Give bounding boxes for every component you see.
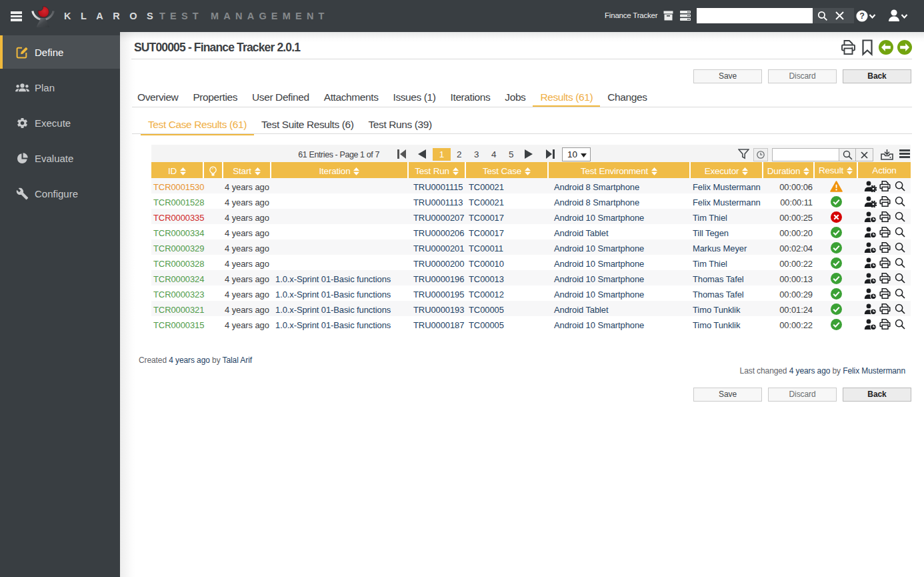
svg-text:?: ? [859,11,865,21]
